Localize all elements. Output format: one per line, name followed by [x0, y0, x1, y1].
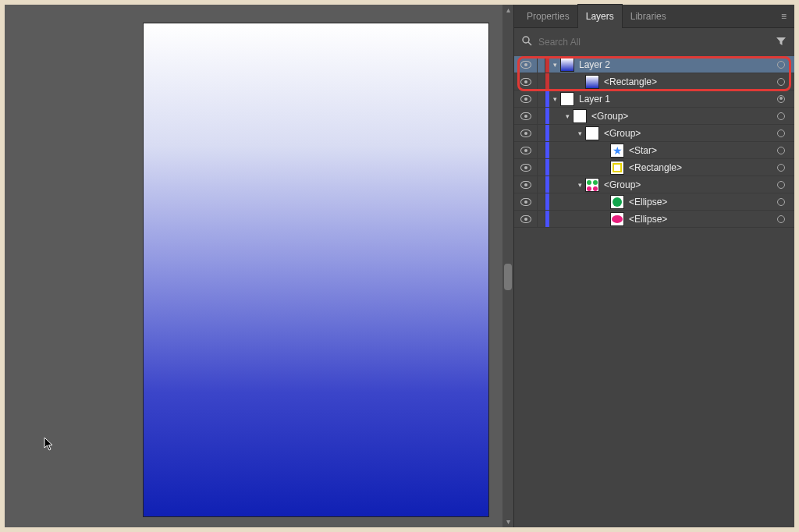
visibility-toggle[interactable] — [514, 125, 538, 141]
target-selector[interactable] — [774, 164, 788, 172]
target-selector[interactable] — [774, 78, 788, 86]
search-icon — [522, 36, 532, 48]
layer-label[interactable]: <Ellipse> — [629, 197, 667, 207]
layer-thumbnail[interactable] — [610, 195, 624, 209]
panel-menu-icon[interactable]: ≡ — [773, 11, 794, 22]
lock-column[interactable] — [538, 90, 545, 107]
visibility-toggle[interactable] — [514, 108, 538, 124]
lock-column[interactable] — [538, 142, 545, 158]
visibility-toggle[interactable] — [514, 176, 538, 193]
layer-row-rect2[interactable]: ▸<Rectangle> — [514, 73, 794, 90]
layer-row-layer2[interactable]: ▾Layer 2 — [514, 56, 794, 73]
target-selector[interactable] — [774, 61, 788, 69]
layer-row-group1[interactable]: ▾<Group> — [514, 108, 794, 125]
svg-line-1 — [528, 42, 531, 45]
visibility-toggle[interactable] — [514, 56, 538, 73]
layer-label[interactable]: <Ellipse> — [629, 214, 667, 225]
layer-label[interactable]: <Rectangle> — [629, 162, 682, 173]
layer-thumbnail[interactable]: ★ — [610, 144, 624, 158]
layer-label[interactable]: Layer 1 — [579, 94, 610, 105]
layer-label[interactable]: <Group> — [604, 179, 641, 190]
layer-thumbnail[interactable] — [585, 75, 599, 89]
layer-tree-cell: ▸<Rectangle> — [549, 73, 774, 90]
target-selector[interactable] — [774, 129, 788, 137]
layer-row-ellipse1[interactable]: ▸<Ellipse> — [514, 193, 794, 211]
target-selector[interactable] — [774, 215, 788, 223]
target-selector[interactable] — [774, 198, 788, 206]
layer-thumbnail[interactable] — [560, 58, 574, 72]
visibility-toggle[interactable] — [514, 73, 538, 90]
layer-tree-cell: ▾<Group> — [549, 176, 774, 193]
app-frame: ▴ ▾ Properties Layers Libraries ≡ ▾Layer… — [5, 5, 794, 527]
tab-properties[interactable]: Properties — [519, 5, 577, 28]
eye-icon — [520, 181, 531, 189]
target-selector[interactable] — [774, 112, 788, 120]
scroll-up-button[interactable]: ▴ — [502, 5, 513, 16]
layer-row-ellipse2[interactable]: ▸<Ellipse> — [514, 211, 794, 228]
eye-icon — [520, 198, 531, 206]
eye-icon — [520, 95, 531, 103]
layer-label[interactable]: <Rectangle> — [604, 76, 657, 87]
target-ring-icon — [777, 181, 785, 189]
lock-column[interactable] — [538, 176, 545, 193]
lock-column[interactable] — [538, 125, 545, 141]
indent-spacer — [549, 211, 599, 227]
layer-row-group2[interactable]: ▾<Group> — [514, 125, 794, 142]
layer-label[interactable]: <Group> — [604, 128, 641, 139]
layers-panel: Properties Layers Libraries ≡ ▾Layer 2▸<… — [513, 5, 794, 527]
lock-column[interactable] — [538, 56, 545, 73]
layer-thumbnail[interactable] — [573, 109, 587, 123]
visibility-toggle[interactable] — [514, 159, 538, 176]
visibility-toggle[interactable] — [514, 90, 538, 107]
layers-list[interactable]: ▾Layer 2▸<Rectangle>▾Layer 1▾<Group>▾<Gr… — [514, 56, 794, 527]
layer-row-layer1[interactable]: ▾Layer 1 — [514, 90, 794, 108]
disclosure-triangle-icon[interactable]: ▾ — [574, 181, 585, 189]
target-selector[interactable] — [774, 147, 788, 154]
filter-icon[interactable] — [776, 36, 787, 49]
target-selector[interactable] — [774, 95, 788, 103]
layer-label[interactable]: <Group> — [591, 111, 628, 122]
disclosure-triangle-icon[interactable]: ▾ — [549, 61, 560, 69]
visibility-toggle[interactable] — [514, 211, 538, 227]
indent-spacer — [549, 108, 562, 124]
lock-column[interactable] — [538, 108, 545, 124]
lock-column[interactable] — [538, 73, 545, 90]
disclosure-triangle-icon[interactable]: ▾ — [549, 95, 560, 103]
disclosure-triangle-icon[interactable]: ▾ — [562, 112, 573, 120]
disclosure-triangle-icon[interactable]: ▾ — [574, 129, 585, 137]
target-ring-icon — [777, 215, 785, 223]
layer-thumbnail[interactable] — [610, 161, 624, 175]
target-selector[interactable] — [774, 181, 788, 189]
lock-column[interactable] — [538, 193, 545, 210]
lock-column[interactable] — [538, 211, 545, 227]
target-ring-icon — [777, 198, 785, 206]
layer-row-group3[interactable]: ▾<Group> — [514, 176, 794, 193]
layer-tree-cell: ▸★<Star> — [549, 142, 774, 158]
layer-thumbnail[interactable] — [560, 92, 574, 106]
target-ring-icon — [777, 78, 785, 86]
vertical-scrollbar[interactable]: ▴ ▾ — [502, 5, 513, 527]
artboard-gradient-rectangle[interactable] — [144, 23, 488, 516]
layer-row-star[interactable]: ▸★<Star> — [514, 142, 794, 159]
scrollbar-thumb[interactable] — [504, 264, 512, 290]
layer-thumbnail[interactable] — [610, 212, 624, 226]
eye-icon — [520, 164, 531, 172]
scroll-down-button[interactable]: ▾ — [502, 516, 513, 527]
indent-spacer — [549, 193, 599, 210]
layer-row-rect1[interactable]: ▸<Rectangle> — [514, 159, 794, 176]
lock-column[interactable] — [538, 159, 545, 176]
svg-point-0 — [523, 37, 529, 43]
canvas-area[interactable]: ▴ ▾ — [5, 5, 513, 527]
layer-thumbnail[interactable] — [585, 126, 599, 140]
eye-icon — [520, 61, 531, 69]
tab-layers[interactable]: Layers — [577, 4, 623, 28]
layer-label[interactable]: Layer 2 — [579, 59, 610, 70]
layer-label[interactable]: <Star> — [629, 145, 657, 156]
target-ring-icon — [777, 129, 785, 137]
layer-search-input[interactable] — [538, 37, 769, 48]
layer-thumbnail[interactable] — [585, 178, 599, 192]
layer-tree-cell: ▾<Group> — [549, 108, 774, 124]
tab-libraries[interactable]: Libraries — [623, 5, 674, 28]
visibility-toggle[interactable] — [514, 193, 538, 210]
visibility-toggle[interactable] — [514, 142, 538, 158]
